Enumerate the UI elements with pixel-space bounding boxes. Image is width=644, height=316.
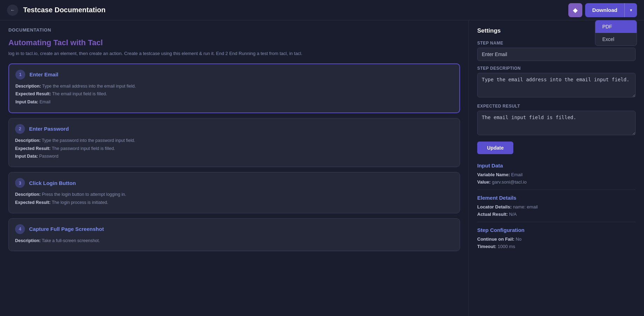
step-description-label: Step Description	[477, 66, 636, 71]
step-expected-1: Expected Result: The email input field i…	[15, 91, 453, 97]
step-description-4: Description: Take a full-screen screensh…	[15, 238, 453, 244]
right-panel: Settings Step Name Step Description Type…	[469, 20, 644, 316]
step-card-3[interactable]: 3 Click Login Button Description: Press …	[8, 172, 460, 213]
divider-1	[477, 190, 636, 190]
step-description-3: Description: Press the login button to a…	[15, 191, 453, 198]
step-header-1: 1 Enter Email	[15, 70, 453, 80]
update-button[interactable]: Update	[477, 142, 513, 154]
back-button[interactable]: ←	[7, 5, 18, 16]
step-description-textarea[interactable]: Type the email address into the email in…	[477, 73, 636, 97]
page-title: Testcase Documentation	[23, 6, 105, 14]
back-icon: ←	[10, 7, 15, 13]
variable-name-row: Variable Name: Email	[477, 172, 636, 177]
divider-2	[477, 222, 636, 222]
header: ← Testcase Documentation ◆ Download ▾ PD…	[0, 0, 644, 20]
test-title: Automating Tacl with Tacl	[8, 38, 460, 47]
main-layout: Documentation Automating Tacl with Tacl …	[0, 20, 644, 316]
step-name-input[interactable]	[477, 48, 636, 61]
step-input-2: Input Data: Password	[15, 153, 453, 160]
step-badge-4: 4	[15, 224, 25, 234]
diamond-icon: ◆	[573, 6, 578, 14]
step-header-2: 2 Enter Password	[15, 124, 453, 134]
download-button-group: Download ▾	[585, 3, 637, 17]
step-title-4: Capture Full Page Screenshot	[29, 226, 104, 232]
step-config-heading: Step Configuration	[477, 227, 636, 233]
step-description-2: Description: Type the password into the …	[15, 137, 453, 144]
step-input-1: Input Data: Email	[15, 99, 453, 105]
step-card-1[interactable]: 1 Enter Email Description: Type the emai…	[8, 63, 460, 113]
step-description-1: Description: Type the email address into…	[15, 83, 453, 90]
step-badge-3: 3	[15, 178, 25, 188]
chevron-down-icon: ▾	[630, 8, 632, 13]
timeout-row: Timeout: 1000 ms	[477, 244, 636, 249]
step-card-2[interactable]: 2 Enter Password Description: Type the p…	[8, 118, 460, 167]
value-row: Value: garv.soni@tacl.io	[477, 179, 636, 185]
step-badge-1: 1	[15, 70, 25, 80]
icon-action-button[interactable]: ◆	[568, 3, 582, 17]
step-title-2: Enter Password	[29, 126, 69, 132]
download-caret-button[interactable]: ▾	[624, 3, 637, 17]
expected-result-textarea[interactable]: The email input field is filled.	[477, 111, 636, 135]
dropdown-item-excel[interactable]: Excel	[595, 33, 637, 46]
element-details-heading: Element Details	[477, 195, 636, 201]
step-title-3: Click Login Button	[29, 180, 76, 186]
left-panel: Documentation Automating Tacl with Tacl …	[0, 20, 469, 316]
step-card-4[interactable]: 4 Capture Full Page Screenshot Descripti…	[8, 218, 460, 252]
test-description: log in to tacl.io, create an element, th…	[8, 50, 460, 57]
input-data-heading: Input Data	[477, 163, 636, 169]
step-header-3: 3 Click Login Button	[15, 178, 453, 188]
step-expected-2: Expected Result: The password input fiel…	[15, 145, 453, 152]
step-header-4: 4 Capture Full Page Screenshot	[15, 224, 453, 234]
download-dropdown: PDF Excel	[595, 20, 637, 46]
actual-result-row: Actual Result: N/A	[477, 212, 636, 217]
step-badge-2: 2	[15, 124, 25, 134]
step-title-1: Enter Email	[29, 71, 59, 77]
step-expected-3: Expected Result: The login process is in…	[15, 199, 453, 206]
documentation-label: Documentation	[8, 27, 460, 33]
header-actions: ◆ Download ▾ PDF Excel	[568, 3, 637, 17]
continue-on-fail-row: Continue on Fail: No	[477, 236, 636, 242]
locator-details-row: Locator Details: name: email	[477, 204, 636, 209]
dropdown-item-pdf[interactable]: PDF	[595, 20, 637, 33]
download-main-button[interactable]: Download	[585, 3, 624, 17]
expected-result-label: Expected Result	[477, 104, 636, 109]
